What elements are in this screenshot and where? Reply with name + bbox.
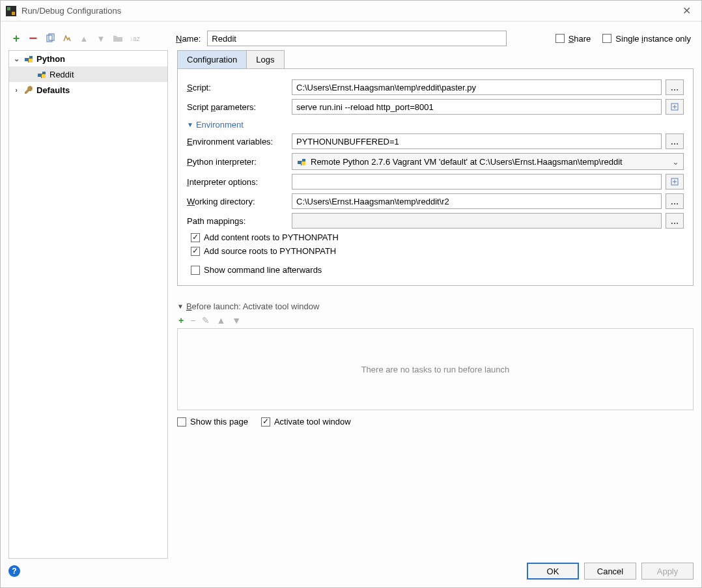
browse-workdir-button[interactable]: … <box>666 193 684 209</box>
titlebar: Run/Debug Configurations ✕ <box>1 1 701 21</box>
tab-configuration[interactable]: Configuration <box>177 50 247 68</box>
expand-icon[interactable]: › <box>12 86 21 94</box>
activate-tool-window-checkbox[interactable]: Activate tool window <box>261 417 351 427</box>
tasks-list: There are no tasks to run before launch <box>177 328 694 410</box>
main-area: ⌄ Python Reddit › Defaults Configuration <box>8 50 694 559</box>
interpreter-label: Python interpreter: <box>187 157 288 167</box>
top-row: + − ▲ ▼ ↓az Name: Share Single instance … <box>8 29 694 48</box>
task-down-button[interactable]: ▼ <box>232 315 241 326</box>
window-title: Run/Debug Configurations <box>21 6 121 16</box>
interp-opts-input[interactable] <box>292 174 662 189</box>
workdir-label: Working directory: <box>187 197 288 206</box>
name-row: Name: Share Single instance only <box>168 29 694 48</box>
script-params-label: Script parameters: <box>187 102 288 112</box>
add-config-button[interactable]: + <box>10 32 23 45</box>
expand-icon[interactable]: ⌄ <box>12 55 21 63</box>
env-section-header[interactable]: ▼Environment <box>187 120 684 130</box>
cancel-button[interactable]: Cancel <box>584 563 636 580</box>
add-task-button[interactable]: + <box>178 315 184 326</box>
empty-tasks-label: There are no tasks to run before launch <box>361 365 510 374</box>
tree-item-python[interactable]: ⌄ Python <box>9 51 167 66</box>
expand-params-button[interactable] <box>666 99 684 115</box>
configuration-panel: Script: … Script parameters: ▼Environmen… <box>177 69 694 286</box>
workdir-input[interactable] <box>292 193 662 209</box>
edit-envvars-button[interactable]: … <box>666 133 684 149</box>
tree-item-reddit[interactable]: Reddit <box>9 66 167 82</box>
browse-script-button[interactable]: … <box>666 79 684 95</box>
move-down-icon[interactable]: ▼ <box>94 32 107 45</box>
show-this-page-checkbox[interactable]: Show this page <box>177 417 248 427</box>
pathmap-label: Path mappings: <box>187 216 288 226</box>
dialog-footer: ? OK Cancel Apply <box>8 559 694 580</box>
before-launch-header[interactable]: ▼Before launch: Activate tool window <box>177 301 694 311</box>
edit-task-button[interactable]: ✎ <box>202 315 210 326</box>
script-params-input[interactable] <box>292 99 662 115</box>
tree-label: Python <box>36 54 65 64</box>
single-instance-checkbox[interactable]: Single instance only <box>602 34 691 44</box>
dialog-window: Run/Debug Configurations ✕ + − ▲ ▼ ↓az N… <box>0 0 702 588</box>
python-icon <box>36 69 47 79</box>
envvars-label: Environment variables: <box>187 137 288 147</box>
pathmap-input[interactable] <box>292 213 662 229</box>
config-panel: Configuration Logs Script: … Script para… <box>168 50 694 559</box>
script-label: Script: <box>187 83 288 92</box>
task-up-button[interactable]: ▲ <box>216 315 225 326</box>
svg-rect-8 <box>302 161 305 165</box>
interp-opts-label: Interpreter options: <box>187 177 288 187</box>
svg-rect-2 <box>12 12 15 15</box>
interpreter-value: Remote Python 2.7.6 Vagrant VM 'default'… <box>311 157 623 167</box>
name-input[interactable] <box>207 31 507 46</box>
apply-button[interactable]: Apply <box>641 563 694 580</box>
share-checkbox[interactable]: Share <box>555 34 591 44</box>
move-up-icon[interactable]: ▲ <box>77 32 91 45</box>
svg-rect-6 <box>42 74 46 78</box>
interpreter-dropdown[interactable]: Remote Python 2.7.6 Vagrant VM 'default'… <box>292 153 684 170</box>
svg-rect-5 <box>29 59 33 63</box>
wrench-icon <box>23 85 34 95</box>
settings-icon[interactable] <box>61 32 74 45</box>
python-icon <box>296 156 307 167</box>
envvars-input[interactable] <box>292 133 662 149</box>
add-content-roots-checkbox[interactable]: Add content roots to PYTHONPATH <box>191 232 339 242</box>
script-input[interactable] <box>292 79 662 95</box>
folder-icon[interactable] <box>111 32 124 45</box>
help-icon[interactable]: ? <box>8 565 20 577</box>
name-label: Name: <box>176 34 201 44</box>
remove-config-button[interactable]: − <box>27 32 40 45</box>
config-toolbar: + − ▲ ▼ ↓az <box>8 29 168 48</box>
top-checkboxes: Share Single instance only <box>555 34 694 44</box>
sort-az-icon[interactable]: ↓az <box>128 32 141 45</box>
tab-logs[interactable]: Logs <box>246 50 284 68</box>
app-icon <box>6 6 16 16</box>
tabs: Configuration Logs <box>177 50 694 69</box>
add-source-roots-checkbox[interactable]: Add source roots to PYTHONPATH <box>191 246 336 256</box>
remove-task-button[interactable]: − <box>190 315 195 326</box>
expand-interp-opts-button[interactable] <box>666 174 684 189</box>
show-cmdline-checkbox[interactable]: Show command line afterwards <box>191 265 322 275</box>
svg-rect-1 <box>7 7 10 10</box>
copy-config-button[interactable] <box>44 32 57 45</box>
chevron-down-icon: ⌄ <box>672 157 679 167</box>
tree-label: Reddit <box>49 70 74 79</box>
tree-label: Defaults <box>36 85 70 95</box>
ok-button[interactable]: OK <box>527 563 579 580</box>
close-icon[interactable]: ✕ <box>677 3 696 18</box>
dialog-body: + − ▲ ▼ ↓az Name: Share Single instance … <box>1 21 701 587</box>
before-launch-toolbar: + − ✎ ▲ ▼ <box>177 313 694 328</box>
python-icon <box>23 53 34 64</box>
edit-pathmap-button[interactable]: … <box>666 213 684 229</box>
tree-item-defaults[interactable]: › Defaults <box>9 82 167 98</box>
config-tree: ⌄ Python Reddit › Defaults <box>8 50 168 559</box>
